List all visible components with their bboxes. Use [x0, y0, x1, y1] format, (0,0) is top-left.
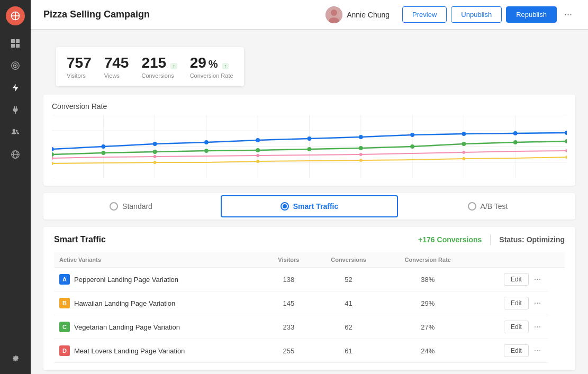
variants-table: Active Variants Visitors Conversions Con…: [54, 252, 565, 363]
svg-point-50: [462, 142, 466, 146]
row-more-button[interactable]: ···: [532, 345, 543, 357]
svg-point-57: [462, 151, 465, 154]
svg-point-62: [359, 159, 363, 162]
svg-point-9: [15, 65, 16, 66]
row-more-button[interactable]: ···: [532, 297, 543, 309]
svg-point-53: [52, 157, 53, 160]
status-text: Status: Optimizing: [499, 235, 565, 244]
row-more-button[interactable]: ···: [532, 273, 543, 285]
variant-cell: C Vegetarian Landing Page Variation: [54, 315, 264, 339]
svg-point-61: [256, 160, 259, 163]
rate-value: 29: [190, 54, 206, 71]
edit-button[interactable]: Edit: [504, 273, 529, 286]
svg-point-33: [153, 142, 157, 146]
variant-badge: C: [59, 322, 70, 332]
col-variants: Active Variants: [54, 252, 264, 268]
sidebar: [0, 0, 31, 374]
conversions-cell: 61: [313, 339, 384, 363]
rate-cell: 27%: [384, 315, 472, 339]
standard-label: Standard: [122, 202, 152, 211]
main-content: Pizza Selling Campaign Annie Chung Previ…: [31, 0, 588, 374]
ab-test-radio: [468, 202, 476, 211]
svg-point-48: [359, 146, 363, 150]
rate-cell: 38%: [384, 268, 472, 291]
svg-point-37: [359, 135, 363, 139]
standard-radio: [110, 202, 118, 211]
globe-icon[interactable]: [6, 145, 25, 164]
chart-section: Conversion Rate: [43, 95, 575, 186]
visitors-label: Visitors: [67, 72, 86, 79]
lightning-icon[interactable]: [6, 78, 25, 97]
svg-point-58: [565, 149, 567, 152]
svg-point-45: [204, 149, 209, 153]
settings-icon[interactable]: [6, 349, 25, 368]
smart-traffic-radio: [281, 202, 289, 211]
edit-cell: Edit ···: [472, 339, 548, 363]
rate-label: Conversion Rate: [190, 72, 233, 79]
table-row: B Hawaiian Landing Page Variation 145 41…: [54, 291, 565, 315]
topbar-actions: Annie Chung Preview Unpublish Republish …: [325, 6, 575, 23]
unpublish-button[interactable]: Unpublish: [451, 6, 502, 23]
edit-cell: Edit ···: [472, 315, 548, 339]
edit-cell: Edit ···: [472, 268, 548, 291]
conversions-badge: +176 Conversions: [418, 235, 482, 244]
edit-button[interactable]: Edit: [504, 297, 529, 309]
svg-point-40: [513, 131, 518, 135]
svg-point-15: [331, 10, 337, 16]
variant-name: Hawaiian Landing Page Variation: [74, 299, 175, 307]
views-value: 745: [104, 54, 129, 71]
col-more: [548, 252, 565, 268]
ab-test-label: A/B Test: [481, 202, 508, 211]
stat-conversion-rate: 29% ↑ Conversion Rate: [190, 54, 233, 79]
dashboard-icon[interactable]: [6, 34, 25, 53]
variant-cell: A Pepperoni Landing Page Variation: [54, 268, 264, 291]
topbar: Pizza Selling Campaign Annie Chung Previ…: [31, 0, 588, 30]
divider: [490, 234, 491, 245]
users-icon[interactable]: [6, 123, 25, 142]
svg-point-34: [204, 140, 209, 144]
variant-badge: D: [59, 345, 70, 356]
svg-point-60: [153, 161, 157, 164]
row-more-button[interactable]: ···: [532, 321, 543, 333]
svg-point-35: [256, 138, 260, 142]
conversions-cell: 62: [313, 315, 384, 339]
visitors-cell: 233: [264, 315, 313, 339]
edit-button[interactable]: Edit: [504, 344, 529, 357]
edit-button[interactable]: Edit: [504, 321, 529, 333]
traffic-selector: Standard Smart Traffic A/B Test: [43, 193, 575, 220]
edit-cell: Edit ···: [472, 291, 548, 315]
variant-cell: B Hawaiian Landing Page Variation: [54, 291, 264, 315]
visitors-cell: 145: [264, 291, 313, 315]
svg-point-46: [256, 148, 260, 152]
svg-marker-10: [13, 84, 19, 92]
variant-name: Meat Lovers Landing Page Variation: [74, 347, 185, 355]
variant-badge: B: [59, 298, 70, 308]
variant-name: Vegetarian Landing Page Variation: [74, 323, 180, 331]
svg-rect-6: [16, 44, 20, 48]
smart-traffic-meta: +176 Conversions Status: Optimizing: [418, 234, 565, 245]
svg-point-47: [307, 147, 312, 151]
user-name: Annie Chung: [347, 11, 390, 19]
svg-point-51: [513, 140, 518, 144]
col-visitors: Visitors: [264, 252, 313, 268]
smart-traffic-title: Smart Traffic: [54, 235, 106, 244]
variant-cell: D Meat Lovers Landing Page Variation: [54, 339, 264, 363]
app-logo[interactable]: [6, 6, 25, 25]
chart-title: Conversion Rate: [52, 102, 567, 111]
republish-button[interactable]: Republish: [506, 6, 557, 23]
ab-test-option[interactable]: A/B Test: [400, 193, 575, 220]
svg-point-43: [101, 151, 105, 155]
chart-container: [52, 115, 567, 178]
svg-point-63: [462, 157, 465, 160]
visitors-cell: 138: [264, 268, 313, 291]
plug-icon[interactable]: [6, 101, 25, 120]
more-options-button[interactable]: ···: [561, 7, 575, 22]
target-icon[interactable]: [6, 56, 25, 75]
rate-badge: ↑: [222, 63, 229, 69]
conversions-cell: 52: [313, 268, 384, 291]
conversions-label: Conversions: [141, 72, 174, 79]
preview-button[interactable]: Preview: [402, 6, 447, 23]
stat-conversions: 215 ↑ Conversions: [141, 54, 177, 79]
smart-traffic-option[interactable]: Smart Traffic: [221, 195, 398, 217]
standard-option[interactable]: Standard: [43, 193, 219, 220]
